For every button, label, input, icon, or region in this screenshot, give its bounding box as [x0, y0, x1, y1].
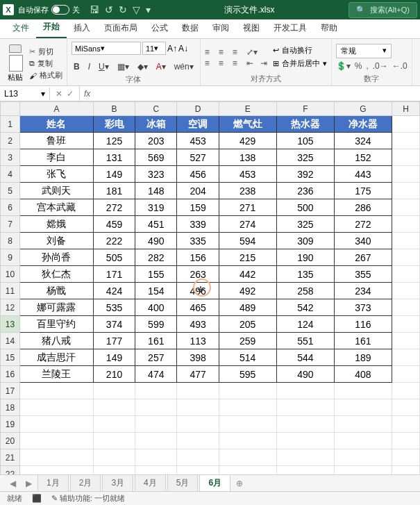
header-cell[interactable]: 净水器 [334, 116, 392, 133]
cell[interactable] [177, 399, 219, 416]
data-cell[interactable]: 222 [93, 233, 135, 249]
data-cell[interactable]: 355 [334, 266, 392, 283]
data-cell[interactable]: 569 [135, 149, 177, 166]
header-cell[interactable]: 姓名 [20, 116, 94, 133]
data-cell[interactable]: 203 [135, 133, 177, 149]
data-cell[interactable]: 210 [93, 366, 135, 383]
data-cell[interactable]: 500 [276, 199, 334, 216]
bold-button[interactable]: B [72, 60, 82, 73]
data-cell[interactable]: 156 [177, 249, 219, 266]
font-name-combo[interactable]: MiSans▾ [72, 42, 141, 55]
indent-decrease-icon[interactable]: ⇤ [246, 58, 256, 67]
cut-button[interactable]: ✂剪切 [29, 47, 62, 57]
cell[interactable] [392, 416, 420, 433]
row-header[interactable]: 11 [1, 283, 20, 299]
data-cell[interactable]: 594 [219, 233, 276, 249]
data-cell[interactable]: 505 [93, 249, 135, 266]
row-header[interactable]: 6 [1, 199, 20, 216]
row-header[interactable]: 17 [1, 383, 20, 399]
data-cell[interactable]: 159 [177, 199, 219, 216]
cell[interactable] [392, 133, 420, 149]
row-header[interactable]: 7 [1, 216, 20, 233]
data-cell[interactable]: 215 [219, 249, 276, 266]
data-cell[interactable]: 492 [219, 283, 276, 299]
column-header[interactable]: A [20, 102, 94, 116]
fill-color-button[interactable]: ◆▾ [135, 60, 150, 73]
data-cell[interactable]: 杨戬 [20, 283, 94, 299]
data-cell[interactable]: 309 [276, 233, 334, 249]
data-cell[interactable]: 兰陵王 [20, 366, 94, 383]
data-cell[interactable]: 205 [219, 316, 276, 333]
data-cell[interactable]: 张飞 [20, 166, 94, 183]
cell[interactable] [20, 399, 94, 416]
data-cell[interactable]: 135 [276, 266, 334, 283]
row-header[interactable]: 22 [1, 466, 20, 475]
data-cell[interactable]: 400 [135, 299, 177, 316]
underline-button[interactable]: U▾ [96, 60, 111, 73]
data-cell[interactable]: 429 [219, 133, 276, 149]
status-accessibility[interactable]: ✎ 辅助功能: 一切就绪 [51, 493, 125, 504]
row-header[interactable]: 19 [1, 416, 20, 433]
data-cell[interactable]: 236 [276, 183, 334, 199]
data-cell[interactable]: 490 [276, 366, 334, 383]
data-cell[interactable]: 成吉思汗 [20, 349, 94, 366]
font-size-combo[interactable]: 11▾ [142, 42, 166, 55]
cell[interactable] [392, 366, 420, 383]
data-cell[interactable]: 374 [93, 316, 135, 333]
data-cell[interactable]: 152 [334, 149, 392, 166]
data-cell[interactable]: 125 [93, 133, 135, 149]
data-cell[interactable]: 599 [135, 316, 177, 333]
data-cell[interactable]: 319 [135, 199, 177, 216]
cell[interactable] [334, 433, 392, 449]
wrap-text-button[interactable]: ↩自动换行 [273, 45, 327, 56]
cell[interactable] [392, 316, 420, 333]
decrease-font-icon[interactable]: A↓ [178, 44, 188, 53]
row-header[interactable]: 5 [1, 183, 20, 199]
data-cell[interactable]: 496 [177, 283, 219, 299]
cell[interactable] [135, 433, 177, 449]
data-cell[interactable]: 267 [334, 249, 392, 266]
data-cell[interactable]: 335 [177, 233, 219, 249]
data-cell[interactable]: 124 [276, 316, 334, 333]
column-header[interactable]: B [93, 102, 135, 116]
data-cell[interactable]: 狄仁杰 [20, 266, 94, 283]
row-header[interactable]: 21 [1, 449, 20, 466]
column-header[interactable]: D [177, 102, 219, 116]
cell[interactable] [276, 433, 334, 449]
data-cell[interactable]: 274 [219, 216, 276, 233]
data-cell[interactable]: 武则天 [20, 183, 94, 199]
cell[interactable] [276, 399, 334, 416]
font-color-button[interactable]: A▾ [154, 60, 168, 73]
add-sheet-icon[interactable]: ⊕ [232, 479, 247, 488]
header-cell[interactable]: 热水器 [276, 116, 334, 133]
header-cell[interactable]: 燃气灶 [219, 116, 276, 133]
select-all-corner[interactable] [1, 102, 20, 116]
data-cell[interactable]: 138 [219, 149, 276, 166]
data-cell[interactable]: 李白 [20, 149, 94, 166]
cell[interactable] [392, 199, 420, 216]
increase-font-icon[interactable]: A↑ [167, 44, 177, 53]
data-cell[interactable]: 271 [219, 199, 276, 216]
cell[interactable] [135, 449, 177, 466]
format-painter-button[interactable]: 🖌格式刷 [29, 70, 62, 81]
cell[interactable] [219, 416, 276, 433]
percent-button[interactable]: % [355, 61, 362, 71]
row-header[interactable]: 20 [1, 433, 20, 449]
data-cell[interactable]: 544 [276, 349, 334, 366]
data-cell[interactable]: 263 [177, 266, 219, 283]
row-header[interactable]: 9 [1, 249, 20, 266]
data-cell[interactable]: 171 [93, 266, 135, 283]
data-cell[interactable]: 113 [177, 333, 219, 349]
data-cell[interactable]: 477 [177, 366, 219, 383]
cell[interactable] [177, 449, 219, 466]
redo-icon[interactable]: ↻ [119, 4, 127, 15]
sheet-tab[interactable]: 3月 [102, 474, 133, 492]
search-box[interactable]: 🔍 搜索(Alt+Q) [348, 2, 417, 18]
phonetic-button[interactable]: wén▾ [172, 60, 196, 73]
cell[interactable] [276, 416, 334, 433]
data-cell[interactable]: 149 [93, 349, 135, 366]
data-cell[interactable]: 340 [334, 233, 392, 249]
italic-button[interactable]: I [86, 60, 92, 73]
data-cell[interactable]: 339 [177, 216, 219, 233]
comma-button[interactable]: , [366, 61, 368, 71]
